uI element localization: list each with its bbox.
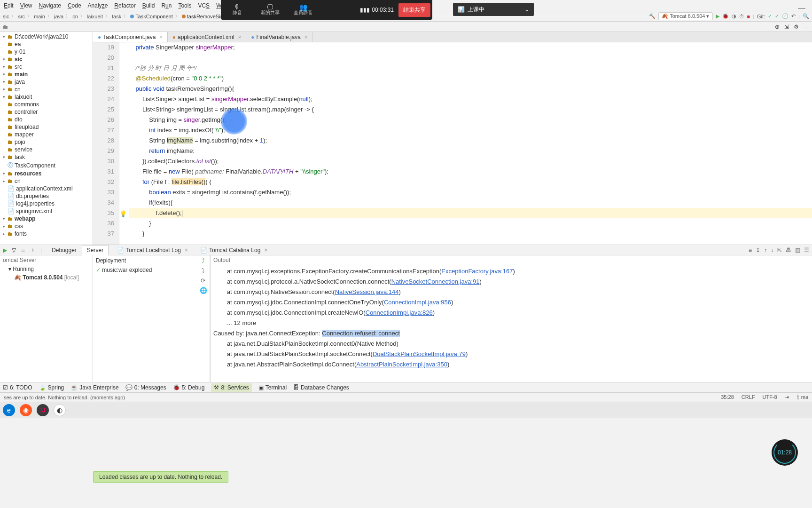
close-icon[interactable]: ×: [159, 34, 162, 40]
crumb[interactable]: cn: [72, 14, 78, 19]
git-revert-icon[interactable]: ↶: [791, 13, 796, 19]
tree-node[interactable]: ▾🖿laixueit: [0, 93, 93, 101]
tool-messages[interactable]: 💬 0: Messages: [125, 384, 166, 391]
code-editor[interactable]: 1920212223242526272829303132333435💡3637 …: [93, 42, 812, 245]
gear-icon[interactable]: ⚙: [794, 24, 799, 30]
tree-node[interactable]: 🖿y-01: [0, 48, 93, 56]
undeploy-icon[interactable]: ⤵: [202, 267, 205, 274]
crumb[interactable]: task: [112, 14, 121, 19]
hide-icon[interactable]: —: [804, 24, 809, 30]
tree-node[interactable]: ▸🖿css: [0, 222, 93, 230]
down-icon[interactable]: ↓: [771, 247, 773, 254]
tab-taskcomponent[interactable]: ●TaskComponent.java×: [93, 32, 168, 42]
filter-icon[interactable]: ▽: [12, 247, 16, 254]
menu-view[interactable]: View: [20, 2, 32, 9]
close-icon[interactable]: ×: [264, 247, 267, 254]
tree-node[interactable]: 📄log4j.properties: [0, 200, 93, 207]
tab-server[interactable]: Server: [82, 245, 109, 255]
tree-node[interactable]: ▾🖿cn: [0, 86, 93, 93]
taskbar-app[interactable]: ◉: [20, 404, 32, 416]
tree-node[interactable]: ▾🖿resources: [0, 170, 93, 177]
git-commit-icon[interactable]: ✓: [775, 13, 779, 19]
hammer-icon[interactable]: 🔨: [649, 13, 656, 19]
mute-button[interactable]: 🎙静音: [221, 4, 254, 16]
crumb[interactable]: src: [18, 14, 25, 19]
layout-icon[interactable]: ▥: [795, 247, 800, 254]
crumb[interactable]: laixueit: [87, 14, 103, 19]
tab-appcontext[interactable]: ●applicationContext.xml×: [168, 32, 246, 42]
crumb-class[interactable]: TaskComponent: [130, 14, 173, 19]
tree-node[interactable]: ▾🖿java: [0, 78, 93, 86]
soft-wrap-icon[interactable]: ≡: [749, 247, 752, 254]
menu-edit[interactable]: Edit: [4, 2, 14, 9]
tree-node[interactable]: 🖿mapper: [0, 131, 93, 138]
class-status-pill[interactable]: 📊 上课中 ⌄: [453, 3, 534, 16]
git-history-icon[interactable]: 🕘: [782, 13, 789, 19]
tree-node[interactable]: 📄db.properties: [0, 192, 93, 200]
tree-node[interactable]: 🖿service: [0, 146, 93, 153]
tool-jee[interactable]: ☕ Java Enterprise: [70, 384, 118, 391]
add-icon[interactable]: ＋: [30, 246, 36, 254]
debug-button[interactable]: 🐞: [722, 13, 729, 19]
tree-node[interactable]: ▾🖿src: [0, 63, 93, 71]
tree-node[interactable]: 🖿ea: [0, 40, 93, 48]
settings-icon[interactable]: ☰: [804, 247, 809, 254]
menu-vcs[interactable]: VCS: [198, 2, 210, 9]
expand-icon[interactable]: ⇲: [784, 24, 789, 30]
menu-build[interactable]: Build: [142, 2, 155, 9]
run-icon[interactable]: ▶: [3, 247, 7, 254]
close-icon[interactable]: ×: [238, 34, 241, 40]
tool-spring[interactable]: 🍃 Spring: [39, 384, 64, 391]
deployment-item[interactable]: ✓ music:war exploded: [96, 267, 194, 273]
console-output[interactable]: at com.mysql.cj.exceptions.ExceptionFact…: [211, 265, 812, 382]
tree-node[interactable]: ▸🖿fonts: [0, 230, 93, 238]
indent-setting[interactable]: ⇥: [785, 394, 789, 400]
menu-code[interactable]: Code: [68, 2, 81, 9]
stop-share-button[interactable]: 结束共享: [398, 3, 430, 17]
taskbar-intellij[interactable]: IJ: [37, 404, 49, 416]
git-update-icon[interactable]: ✓: [768, 13, 772, 19]
tree-node[interactable]: ▸🖿cn: [0, 177, 93, 185]
new-share-button[interactable]: 🖵新的共享: [254, 4, 287, 16]
tree-node[interactable]: ▾🖿webapp: [0, 215, 93, 222]
tree-node[interactable]: 🖿pojo: [0, 138, 93, 146]
tool-db-changes[interactable]: 🗄 Database Changes: [293, 384, 349, 391]
menu-refactor[interactable]: Refactor: [114, 2, 135, 9]
deploy-icon[interactable]: ⤴: [202, 257, 205, 264]
taskbar-edge[interactable]: e: [3, 404, 15, 416]
tree-node[interactable]: ⒸTaskComponent: [0, 161, 93, 170]
services-tree[interactable]: omcat Server ▾ Running 🍂 Tomcat 8.0.504 …: [0, 255, 93, 382]
menu-tools[interactable]: Tools: [178, 2, 191, 9]
profile-icon[interactable]: ⏱: [739, 14, 744, 19]
tool-services[interactable]: ⚒ 8: Services: [211, 383, 251, 392]
browser-icon[interactable]: 🌐: [200, 287, 207, 294]
coverage-icon[interactable]: ◑: [732, 13, 736, 19]
tree-node[interactable]: 🖿commons: [0, 101, 93, 108]
tree-node[interactable]: ▾🖿main: [0, 71, 93, 78]
tree-node[interactable]: 🖿controller: [0, 108, 93, 116]
run-config-selector[interactable]: 🍂 Tomcat 8.0.504 ▾: [658, 12, 712, 20]
code-content[interactable]: private SingerMapper singerMapper; /*秒 分…: [119, 42, 812, 245]
target-icon[interactable]: ⊕: [775, 24, 780, 30]
close-icon[interactable]: ×: [304, 34, 307, 40]
tab-debugger[interactable]: Debugger: [47, 245, 82, 255]
up-icon[interactable]: ↑: [764, 247, 767, 254]
line-separator[interactable]: CRLF: [742, 394, 755, 400]
tab-localhost-log[interactable]: 📄Tomcat Localhost Log×: [113, 247, 192, 254]
tool-todo[interactable]: ☑ 6: TODO: [3, 384, 32, 391]
services-tomcat-node[interactable]: 🍂 Tomcat 8.0.504 [local]: [0, 273, 93, 282]
close-icon[interactable]: ×: [185, 247, 188, 254]
export-icon[interactable]: ⇱: [777, 247, 782, 254]
tree-node[interactable]: ▾🖿sic: [0, 56, 93, 63]
window-minimize[interactable]: —: [798, 4, 805, 12]
print-icon[interactable]: 🖶: [786, 247, 791, 254]
tree-node[interactable]: 📄applicationContext.xml: [0, 185, 93, 192]
tree-node[interactable]: 📄springmvc.xml: [0, 207, 93, 215]
project-tree[interactable]: ▾🖿D:\codeWork\java210🖿ea🖿y-01▾🖿sic▾🖿src▾…: [0, 32, 93, 245]
tab-catalina-log[interactable]: 📄Tomcat Catalina Log×: [196, 247, 271, 254]
tree-node[interactable]: 🖿dto: [0, 116, 93, 123]
taskbar-chrome[interactable]: ◐: [54, 404, 66, 416]
crumb[interactable]: java: [54, 14, 63, 19]
tree-node[interactable]: ▾🖿task: [0, 153, 93, 161]
tree-node[interactable]: ▾🖿D:\codeWork\java210: [0, 33, 93, 40]
